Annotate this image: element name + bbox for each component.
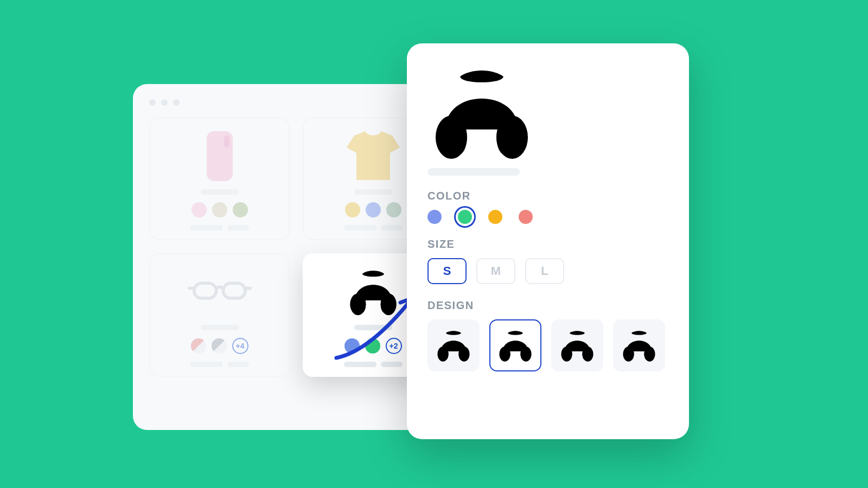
design-option-blue[interactable] — [427, 319, 480, 371]
color-swatch[interactable] — [212, 338, 227, 354]
size-row: S M L — [427, 258, 668, 284]
placeholder-line — [354, 325, 392, 330]
design-row — [427, 319, 668, 371]
size-button-s[interactable]: S — [427, 258, 467, 284]
window-dot-icon — [149, 99, 156, 106]
design-option-green[interactable] — [489, 319, 541, 371]
more-prefix: + — [390, 342, 394, 350]
swatch-row: +4 — [191, 338, 248, 354]
more-count: 2 — [394, 342, 398, 350]
product-detail-panel: COLOR SIZE S M L DESIGN — [407, 43, 689, 439]
headphones-icon — [496, 328, 534, 363]
section-label-color: COLOR — [427, 190, 668, 202]
headphones-icon — [341, 262, 406, 322]
color-swatch[interactable] — [365, 338, 380, 354]
window-dot-icon — [173, 99, 180, 106]
color-option-green[interactable] — [458, 210, 472, 224]
placeholder-line — [190, 362, 249, 367]
placeholder-line — [427, 168, 520, 176]
size-button-m[interactable]: M — [476, 258, 515, 284]
tshirt-icon — [341, 126, 406, 186]
placeholder-line — [201, 189, 239, 195]
swatch-row — [192, 202, 248, 217]
color-swatch[interactable] — [366, 202, 381, 217]
hero-image — [427, 61, 668, 164]
headphones-icon — [620, 328, 658, 363]
more-prefix: + — [236, 342, 240, 350]
window-dot-icon — [161, 99, 168, 106]
glasses-icon — [187, 262, 252, 322]
color-swatch[interactable] — [233, 202, 248, 217]
color-swatch-row — [427, 210, 668, 224]
color-option-red[interactable] — [519, 210, 533, 224]
svg-rect-5 — [224, 136, 229, 147]
svg-rect-9 — [194, 283, 216, 298]
more-swatches-button[interactable]: +2 — [386, 338, 402, 354]
placeholder-line — [344, 225, 403, 230]
swatch-row — [345, 202, 401, 217]
color-swatch[interactable] — [191, 338, 206, 354]
catalog-item-phone-case[interactable] — [149, 118, 290, 240]
color-option-yellow[interactable] — [488, 210, 502, 224]
placeholder-line — [190, 225, 249, 230]
phone-case-icon — [187, 126, 252, 186]
section-label-size: SIZE — [427, 238, 668, 251]
color-swatch[interactable] — [386, 202, 401, 217]
color-swatch[interactable] — [345, 202, 360, 217]
placeholder-line — [201, 325, 239, 330]
size-label: S — [443, 264, 451, 278]
color-swatch[interactable] — [212, 202, 227, 217]
color-option-blue[interactable] — [427, 210, 442, 224]
size-label: M — [491, 264, 501, 278]
swatch-row: +2 — [344, 338, 402, 354]
placeholder-line — [344, 362, 403, 367]
svg-rect-10 — [223, 283, 245, 298]
section-label-design: DESIGN — [427, 299, 668, 312]
color-swatch[interactable] — [344, 338, 360, 354]
placeholder-line — [354, 189, 392, 195]
headphones-icon — [435, 328, 473, 363]
catalog-item-glasses[interactable]: +4 — [149, 253, 290, 377]
design-option-yellow[interactable] — [551, 319, 603, 371]
headphones-icon — [558, 328, 596, 363]
more-swatches-button[interactable]: +4 — [232, 338, 248, 354]
size-button-l[interactable]: L — [525, 258, 564, 284]
headphones-icon — [427, 61, 536, 164]
color-swatch[interactable] — [192, 202, 207, 217]
size-label: L — [541, 264, 548, 278]
design-option-red[interactable] — [613, 319, 665, 371]
more-count: 4 — [240, 342, 245, 350]
